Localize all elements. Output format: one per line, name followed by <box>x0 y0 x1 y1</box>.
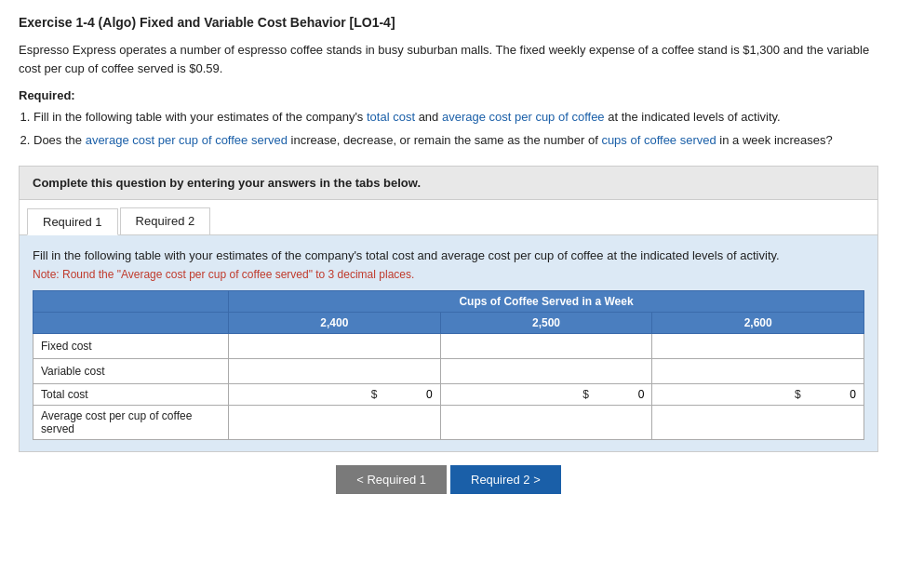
requirement-2: Does the average cost per cup of coffee … <box>33 131 878 151</box>
avg-cost-2600-input[interactable] <box>785 412 860 433</box>
next-button[interactable]: Required 2 > <box>450 465 561 494</box>
tab-note: Note: Round the "Average cost per cup of… <box>33 268 864 281</box>
variable-cost-2600-input[interactable] <box>785 361 860 381</box>
total-cost-2400-input[interactable] <box>381 386 436 403</box>
table-row: Fixed cost <box>33 334 864 359</box>
tab-instructions: Fill in the following table with your es… <box>33 247 864 265</box>
fixed-cost-2600-input[interactable] <box>785 336 860 356</box>
variable-cost-2500-cell[interactable] <box>440 359 652 384</box>
row-label-header <box>33 313 229 334</box>
tabs-container: Required 1 Required 2 Fill in the follow… <box>19 200 878 453</box>
tabs-header: Required 1 Required 2 <box>20 200 877 235</box>
fixed-cost-2500-input[interactable] <box>573 336 648 356</box>
tab-required-1[interactable]: Required 1 <box>27 208 118 235</box>
intro-paragraph: Espresso Express operates a number of es… <box>19 41 878 77</box>
variable-cost-2400-input[interactable] <box>362 361 436 381</box>
avg-cost-2400-input[interactable] <box>362 412 436 433</box>
row-label-variable-cost: Variable cost <box>33 359 229 384</box>
fixed-cost-2500-cell[interactable] <box>440 334 652 359</box>
row-label-avg-cost: Average cost per cup of coffee served <box>33 406 229 440</box>
table-row: Variable cost <box>33 359 864 384</box>
table-row: Total cost $ $ $ <box>33 384 864 406</box>
complete-box: Complete this question by entering your … <box>19 166 878 200</box>
total-cost-2400-cell: $ <box>229 384 441 406</box>
col-header-2500: 2,500 <box>440 313 652 334</box>
bottom-nav: < Required 1 Required 2 > <box>19 465 878 494</box>
total-cost-2500-cell: $ <box>440 384 652 406</box>
tab-required-2[interactable]: Required 2 <box>120 207 211 234</box>
tab-content: Fill in the following table with your es… <box>20 235 877 452</box>
total-cost-2600-input[interactable] <box>804 386 860 403</box>
variable-cost-2400-cell[interactable] <box>229 359 441 384</box>
avg-cost-2500-input[interactable] <box>573 412 648 433</box>
avg-cost-2400-cell[interactable] <box>229 406 441 440</box>
fixed-cost-2400-input[interactable] <box>362 336 436 356</box>
col-header-2600: 2,600 <box>652 313 864 334</box>
main-column-header: Cups of Coffee Served in a Week <box>229 291 864 313</box>
fixed-cost-2600-cell[interactable] <box>652 334 864 359</box>
fixed-cost-2400-cell[interactable] <box>229 334 441 359</box>
total-cost-2600-cell: $ <box>652 384 864 406</box>
required-label: Required: <box>19 88 878 102</box>
page-title: Exercise 1-4 (Algo) Fixed and Variable C… <box>19 15 878 30</box>
avg-cost-2500-cell[interactable] <box>440 406 652 440</box>
dollar-sign-1: $ <box>371 388 378 401</box>
table-row: Average cost per cup of coffee served <box>33 406 864 440</box>
requirements-list: Fill in the following table with your es… <box>33 108 878 151</box>
cost-table: Cups of Coffee Served in a Week 2,400 2,… <box>33 290 864 440</box>
data-table-wrapper: Cups of Coffee Served in a Week 2,400 2,… <box>33 290 864 440</box>
variable-cost-2500-input[interactable] <box>573 361 648 381</box>
corner-header <box>33 291 229 313</box>
dollar-sign-3: $ <box>795 388 801 401</box>
avg-cost-2600-cell[interactable] <box>652 406 864 440</box>
prev-button[interactable]: < Required 1 <box>336 465 447 494</box>
requirement-1: Fill in the following table with your es… <box>33 108 878 127</box>
col-header-2400: 2,400 <box>229 313 441 334</box>
total-cost-2500-input[interactable] <box>592 386 648 403</box>
row-label-total-cost: Total cost <box>33 384 229 406</box>
dollar-sign-2: $ <box>582 388 589 401</box>
row-label-fixed-cost: Fixed cost <box>33 334 229 359</box>
variable-cost-2600-cell[interactable] <box>652 359 864 384</box>
